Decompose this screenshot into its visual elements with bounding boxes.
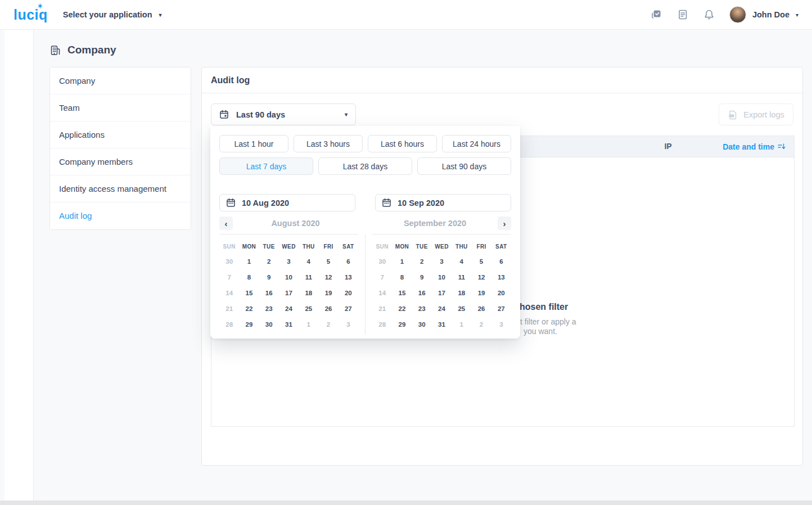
day-cell[interactable]: 15 <box>239 285 259 301</box>
date-range-dropdown[interactable]: Last 90 days ▾ <box>211 103 356 125</box>
day-cell[interactable]: 29 <box>392 317 412 332</box>
day-cell[interactable]: 12 <box>318 269 338 285</box>
day-cell[interactable]: 6 <box>491 254 511 269</box>
quick-range-last-1-hour[interactable]: Last 1 hour <box>219 135 288 152</box>
day-cell[interactable]: 9 <box>412 269 432 285</box>
day-cell[interactable]: 4 <box>452 254 471 269</box>
user-menu[interactable]: John Doe ▾ <box>729 6 799 23</box>
day-cell[interactable]: 24 <box>432 301 452 317</box>
sidebar-item-company[interactable]: Company <box>50 67 191 94</box>
day-cell[interactable]: 13 <box>491 269 511 285</box>
day-cell[interactable]: 3 <box>491 317 511 332</box>
quick-range-last-24-hours[interactable]: Last 24 hours <box>442 135 511 152</box>
day-cell[interactable]: 31 <box>432 317 452 332</box>
day-cell[interactable]: 19 <box>318 285 338 301</box>
day-cell[interactable]: 3 <box>432 254 452 269</box>
next-month-button[interactable]: › <box>498 217 511 230</box>
day-cell[interactable]: 14 <box>219 285 239 301</box>
day-cell[interactable]: 13 <box>339 269 358 285</box>
day-cell[interactable]: 11 <box>452 269 471 285</box>
quick-range-last-90-days[interactable]: Last 90 days <box>417 157 511 175</box>
sidebar-item-team[interactable]: Team <box>50 94 191 121</box>
day-cell[interactable]: 3 <box>279 254 299 269</box>
day-cell[interactable]: 18 <box>452 285 471 301</box>
day-cell[interactable]: 28 <box>372 317 392 332</box>
quick-range-last-7-days[interactable]: Last 7 days <box>219 157 313 175</box>
previous-month-button[interactable]: ‹ <box>219 217 233 230</box>
day-cell[interactable]: 23 <box>259 301 279 317</box>
day-cell[interactable]: 10 <box>432 269 452 285</box>
application-selector[interactable]: Select your application ▾ <box>63 10 162 19</box>
weekday-label: TUE <box>412 240 432 254</box>
day-cell[interactable]: 24 <box>279 301 299 317</box>
day-cell[interactable]: 16 <box>259 285 279 301</box>
sidebar-item-company-members[interactable]: Company members <box>50 148 191 175</box>
export-logs-button[interactable]: Export logs <box>719 103 793 125</box>
day-cell[interactable]: 2 <box>412 254 432 269</box>
day-cell[interactable]: 25 <box>299 301 318 317</box>
day-cell[interactable]: 21 <box>219 301 239 317</box>
day-cell[interactable]: 7 <box>219 269 239 285</box>
day-cell[interactable]: 26 <box>471 301 491 317</box>
day-cell[interactable]: 17 <box>432 285 452 301</box>
day-cell[interactable]: 27 <box>491 301 511 317</box>
day-cell[interactable]: 30 <box>412 317 432 332</box>
day-cell[interactable]: 1 <box>239 254 259 269</box>
bell-icon[interactable] <box>703 8 715 21</box>
day-cell[interactable]: 2 <box>259 254 279 269</box>
start-date-input[interactable]: 10 Aug 2020 <box>219 194 355 211</box>
day-cell[interactable]: 26 <box>318 301 338 317</box>
day-cell[interactable]: 31 <box>279 317 299 332</box>
column-header-ip[interactable]: IP <box>646 136 691 157</box>
day-cell[interactable]: 20 <box>491 285 511 301</box>
avatar <box>729 6 746 23</box>
day-cell[interactable]: 23 <box>412 301 432 317</box>
day-cell[interactable]: 11 <box>299 269 318 285</box>
quick-range-last-28-days[interactable]: Last 28 days <box>318 157 412 175</box>
tasks-icon[interactable] <box>650 8 662 21</box>
sidebar-item-audit-log[interactable]: Audit log <box>50 202 191 229</box>
day-cell[interactable]: 30 <box>219 254 239 269</box>
luciq-logo[interactable]: luciq ✶ <box>13 8 48 22</box>
day-cell[interactable]: 21 <box>372 301 392 317</box>
day-cell[interactable]: 1 <box>299 317 318 332</box>
day-cell[interactable]: 17 <box>279 285 299 301</box>
day-cell[interactable]: 15 <box>392 285 412 301</box>
end-date-input[interactable]: 10 Sep 2020 <box>375 194 511 211</box>
day-cell[interactable]: 22 <box>392 301 412 317</box>
day-cell[interactable]: 20 <box>339 285 358 301</box>
day-cell[interactable]: 27 <box>339 301 358 317</box>
day-cell[interactable]: 2 <box>471 317 491 332</box>
day-cell[interactable]: 7 <box>372 269 392 285</box>
column-header-date-and-time[interactable]: Date and time <box>723 136 786 157</box>
day-cell[interactable]: 22 <box>239 301 259 317</box>
day-cell[interactable]: 5 <box>471 254 491 269</box>
quick-range-last-6-hours[interactable]: Last 6 hours <box>368 135 437 152</box>
day-cell[interactable]: 18 <box>299 285 318 301</box>
horizontal-scrollbar-track[interactable] <box>0 501 812 505</box>
day-cell[interactable]: 5 <box>318 254 338 269</box>
day-cell[interactable]: 2 <box>318 317 338 332</box>
day-cell[interactable]: 30 <box>259 317 279 332</box>
day-cell[interactable]: 8 <box>239 269 259 285</box>
day-cell[interactable]: 10 <box>279 269 299 285</box>
day-cell[interactable]: 1 <box>392 254 412 269</box>
sidebar-item-applications[interactable]: Applications <box>50 121 191 148</box>
day-cell[interactable]: 9 <box>259 269 279 285</box>
quick-range-last-3-hours[interactable]: Last 3 hours <box>294 135 363 152</box>
release-notes-icon[interactable] <box>676 8 689 21</box>
sidebar-item-identity-access-management[interactable]: Identity access management <box>50 175 191 202</box>
day-cell[interactable]: 30 <box>372 254 392 269</box>
day-cell[interactable]: 8 <box>392 269 412 285</box>
day-cell[interactable]: 4 <box>299 254 318 269</box>
day-cell[interactable]: 6 <box>339 254 358 269</box>
day-cell[interactable]: 3 <box>339 317 358 332</box>
day-cell[interactable]: 19 <box>471 285 491 301</box>
day-cell[interactable]: 16 <box>412 285 432 301</box>
day-cell[interactable]: 29 <box>239 317 259 332</box>
day-cell[interactable]: 12 <box>471 269 491 285</box>
day-cell[interactable]: 25 <box>452 301 471 317</box>
day-cell[interactable]: 1 <box>452 317 471 332</box>
day-cell[interactable]: 28 <box>219 317 239 332</box>
day-cell[interactable]: 14 <box>372 285 392 301</box>
